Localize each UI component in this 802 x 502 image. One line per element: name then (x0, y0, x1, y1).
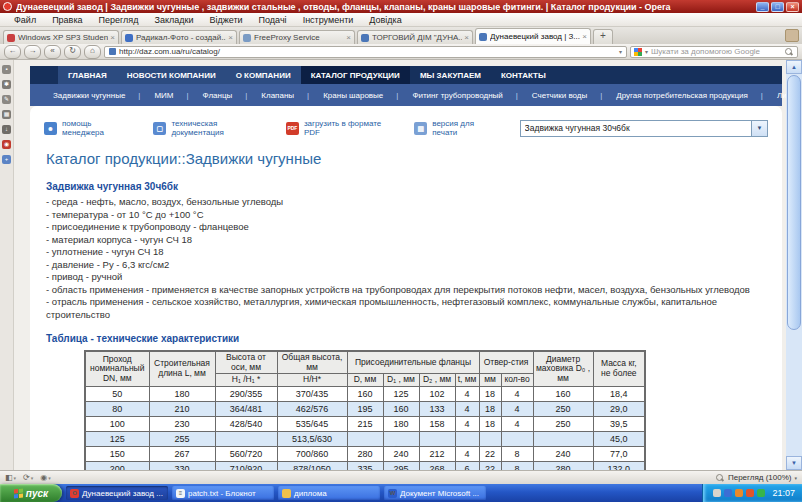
site-nav-item[interactable]: О КОМПАНИИ (226, 66, 301, 84)
spec-list: - среда - нефть, масло, воздух, бензольн… (44, 196, 768, 321)
panel-toggle-icon[interactable]: ◧ (5, 473, 16, 482)
site-subnav: Задвижки чугунныеМИМФланцыКлапаныКраны ш… (30, 84, 782, 106)
home-button[interactable]: ⌂ (84, 45, 101, 59)
table-cell: 370/435 (277, 386, 347, 401)
scrollbar-thumb[interactable] (787, 75, 801, 330)
table-cell: 102 (419, 386, 455, 401)
tool-link[interactable]: PDFзагрузить в формате PDF (286, 119, 384, 137)
vertical-scrollbar[interactable]: ▲ ▼ (786, 60, 802, 470)
url-dropdown-icon[interactable]: ▾ (619, 48, 622, 55)
notes-icon[interactable]: ✎ (2, 95, 11, 104)
subnav-link[interactable]: Счетчики воды (525, 91, 609, 100)
zoom-control[interactable]: Перегляд (100%) (715, 473, 797, 483)
tab-title: Windows XP SP3 Studen... (18, 33, 108, 42)
browser-tab[interactable]: Радикал-Фото - создай...× (121, 30, 237, 44)
subnav-link[interactable]: МИМ (147, 91, 195, 100)
scroll-up-icon[interactable]: ▲ (786, 60, 802, 74)
tool-link[interactable]: ▢техническая документация (153, 119, 256, 137)
tab-title: Дунаевецкий завод | З... (490, 32, 580, 41)
images-icon[interactable]: ▦ (2, 110, 11, 119)
new-tab-button[interactable]: + (593, 29, 613, 44)
scroll-down-icon[interactable]: ▼ (786, 456, 802, 470)
site-nav-item[interactable]: ГЛАВНАЯ (58, 66, 117, 84)
subnav-link[interactable]: Фитинг трубопроводный (405, 91, 524, 100)
menu-item[interactable]: Файл (6, 15, 44, 25)
windows-flag-icon (14, 488, 23, 498)
start-button[interactable]: пуск (0, 484, 62, 502)
product-select-value: Задвижка чугунная 30ч6бк (525, 123, 751, 133)
tab-close-icon[interactable]: × (110, 33, 115, 42)
widgets-icon[interactable]: ✱ (2, 80, 11, 89)
table-row: 200330710/920878/10503352952686228280132… (85, 461, 645, 470)
table-caption: Таблица - технические характеристики (46, 333, 768, 344)
taskbar-task[interactable]: диплома (278, 486, 380, 500)
tab-close-icon[interactable]: × (346, 33, 351, 42)
menu-item[interactable]: Закладки (147, 15, 202, 25)
product-select[interactable]: Задвижка чугунная 30ч6бк ▼ (520, 120, 768, 137)
menu-item[interactable]: Подачі (251, 15, 295, 25)
close-button[interactable]: × (786, 2, 799, 12)
tool-link[interactable]: ▤версия для печати (414, 119, 489, 137)
maximize-button[interactable]: □ (771, 2, 784, 12)
site-nav-item[interactable]: КАТАЛОГ ПРОДУКЦИИ (301, 66, 410, 84)
table-cell: 18 (479, 386, 501, 401)
site-nav-item[interactable]: КОНТАКТЫ (491, 66, 556, 84)
tab-favicon (243, 34, 251, 42)
menu-item[interactable]: Віджети (201, 15, 250, 25)
sync-icon[interactable]: ⟳ (23, 473, 33, 482)
table-cell: 240 (533, 446, 593, 461)
menu-item[interactable]: Довідка (361, 15, 409, 25)
menu-item[interactable]: Інструменти (295, 15, 362, 25)
menu-item[interactable]: Правка (44, 15, 90, 25)
volume-icon[interactable] (713, 489, 721, 497)
tab-close-icon[interactable]: × (464, 33, 469, 42)
downloads-icon[interactable]: ↓ (2, 125, 11, 134)
person-icon: ☻ (44, 122, 57, 135)
forward-button[interactable]: → (24, 45, 41, 59)
subnav-link[interactable]: Краны шаровые (316, 91, 405, 100)
antivirus-icon[interactable] (735, 489, 743, 497)
browser-tab[interactable]: FreeProxy Service× (239, 30, 355, 44)
spec-line: - температура - от 10 °С до +100 °С (46, 209, 768, 222)
icq-icon[interactable] (757, 489, 765, 497)
browser-tab[interactable]: Windows XP SP3 Studen...× (3, 30, 119, 44)
bookmarks-icon[interactable]: ▪ (2, 65, 11, 74)
browser-tab[interactable]: ТОРГОВИЙ ДІМ "ДУНА...× (357, 30, 473, 44)
menu-item[interactable]: Перегляд (91, 15, 147, 25)
tool-link[interactable]: ☻помощь менеджера (44, 119, 123, 137)
subnav-link[interactable]: Фланцы (196, 91, 255, 100)
tab-close-icon[interactable]: × (228, 33, 233, 42)
network-icon[interactable] (724, 489, 732, 497)
site-nav-item[interactable]: МЫ ЗАКУПАЕМ (410, 66, 491, 84)
taskbar-task[interactable]: ≡patch.txt - Блокнот (172, 486, 274, 500)
url-field[interactable]: http://daz.com.ua/ru/catalog/ ▾ (104, 46, 627, 58)
subnav-link[interactable]: Клапаны (254, 91, 316, 100)
col-header-length: Строительная длина L, мм (149, 351, 215, 386)
table-cell: 215 (347, 416, 383, 431)
system-tray: 21:07 (702, 484, 802, 502)
subnav-link[interactable]: Задвижки чугунные (46, 91, 147, 100)
rewind-button[interactable]: « (44, 45, 61, 59)
tab-close-icon[interactable]: × (582, 32, 587, 41)
taskbar-task[interactable]: WДокумент Microsoft ... (384, 486, 486, 500)
history-icon[interactable]: ◉ (2, 140, 11, 149)
search-icon[interactable] (784, 47, 794, 57)
search-input[interactable]: ▾ Шукати за допомогою Google (630, 46, 798, 58)
site-nav-item[interactable]: НОВОСТИ КОМПАНИИ (117, 66, 226, 84)
opera-icon (3, 2, 12, 11)
col-subheader: Н/Н* (277, 374, 347, 387)
search-engine-dropdown-icon[interactable]: ▾ (645, 48, 648, 55)
browser-tab[interactable]: Дунаевецкий завод | З...× (475, 28, 591, 44)
subnav-link[interactable]: Другая потребительская продукция (609, 91, 770, 100)
panels-toggle-icon[interactable] (785, 29, 799, 42)
reload-button[interactable]: ↻ (64, 45, 81, 59)
back-button[interactable]: ← (4, 45, 21, 59)
minimize-button[interactable]: _ (756, 2, 769, 12)
add-panel-icon[interactable]: + (2, 155, 11, 164)
col-subheader: H₁ /H₁ * (215, 374, 277, 387)
images-toggle-icon[interactable]: ◉ (40, 473, 51, 482)
taskbar-task[interactable]: OДунаевецкий завод ... (66, 486, 168, 500)
chevron-down-icon[interactable]: ▼ (751, 121, 767, 136)
col-subheader: мм (479, 374, 501, 387)
agent-icon[interactable] (746, 489, 754, 497)
